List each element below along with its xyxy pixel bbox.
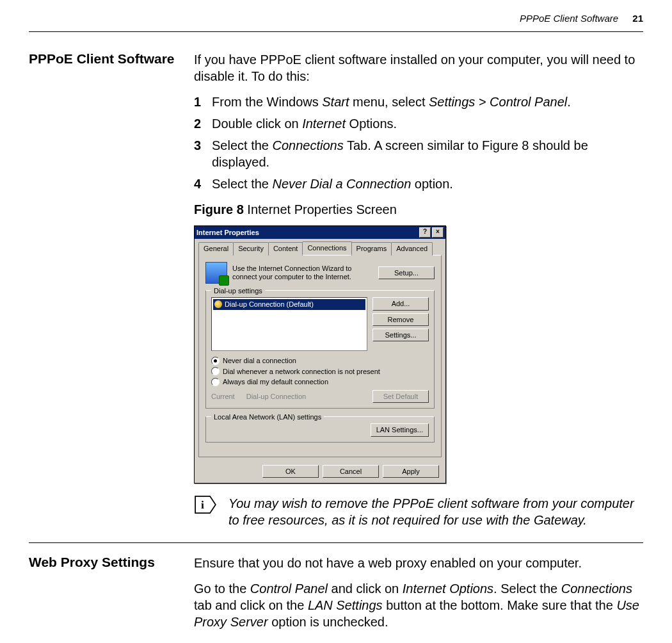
- tab-panel-connections: Use the Internet Connection Wizard to co…: [198, 255, 442, 457]
- help-button[interactable]: ?: [419, 227, 431, 238]
- tab-general[interactable]: General: [198, 242, 234, 256]
- ok-button[interactable]: OK: [262, 465, 319, 478]
- section-body: If you have PPPoE client software instal…: [194, 51, 643, 528]
- set-default-button[interactable]: Set Default: [372, 390, 429, 403]
- dial-radios: Never dial a connection Dial whenever a …: [211, 356, 429, 386]
- radio-icon: [211, 357, 220, 365]
- running-header: PPPoE Client Software 21: [29, 13, 643, 24]
- wizard-text: Use the Internet Connection Wizard to co…: [232, 265, 373, 282]
- tab-content[interactable]: Content: [268, 242, 303, 256]
- dialog-title: Internet Properties: [196, 228, 418, 237]
- radio-icon: [211, 367, 220, 375]
- settings-button[interactable]: Settings...: [372, 329, 429, 341]
- add-button[interactable]: Add...: [372, 297, 429, 310]
- step-2: 2 Double click on Internet Options.: [194, 115, 643, 132]
- current-row: Current Dial-up Connection Set Default: [211, 390, 429, 403]
- svg-text:i: i: [201, 498, 204, 511]
- running-title: PPPoE Client Software: [520, 13, 618, 24]
- dialup-connection-item[interactable]: Dial-up Connection (Default): [213, 299, 365, 309]
- section-title: Web Proxy Settings: [29, 555, 176, 570]
- info-icon: i: [194, 495, 217, 514]
- tab-advanced[interactable]: Advanced: [391, 242, 433, 256]
- info-note-text: You may wish to remove the PPPoE client …: [228, 495, 643, 528]
- cancel-button[interactable]: Cancel: [323, 465, 379, 478]
- page-number: 21: [632, 13, 643, 24]
- section-web-proxy: Web Proxy Settings Ensure that you do no…: [29, 555, 643, 639]
- tab-connections[interactable]: Connections: [302, 241, 351, 255]
- step-1: 1 From the Windows Start menu, select Se…: [194, 94, 643, 110]
- section-title: PPPoE Client Software: [29, 51, 176, 67]
- proxy-p1: Ensure that you do not have a web proxy …: [194, 555, 643, 571]
- top-rule: [29, 31, 643, 32]
- step-4: 4 Select the Never Dial a Connection opt…: [194, 175, 643, 192]
- intro-text: If you have PPPoE client software instal…: [194, 51, 643, 85]
- radio-icon: [211, 378, 220, 386]
- current-label: Current: [211, 392, 235, 401]
- dialog-buttons: OK Cancel Apply: [195, 461, 445, 483]
- figure-caption: Figure 8 Internet Properties Screen: [194, 201, 643, 218]
- radio-dial-when-no-net[interactable]: Dial whenever a network connection is no…: [211, 367, 429, 376]
- section-rule: [29, 542, 643, 543]
- connection-icon: [214, 300, 222, 308]
- proxy-p2: Go to the Control Panel and click on Int…: [194, 580, 643, 630]
- step-3: 3 Select the Connections Tab. A screen s…: [194, 137, 643, 170]
- dialup-listbox[interactable]: Dial-up Connection (Default): [211, 297, 367, 351]
- steps-list: 1 From the Windows Start menu, select Se…: [194, 94, 643, 192]
- radio-never-dial[interactable]: Never dial a connection: [211, 356, 429, 365]
- svg-marker-0: [195, 496, 216, 513]
- current-value: Dial-up Connection: [246, 392, 307, 401]
- setup-button[interactable]: Setup...: [378, 266, 435, 279]
- figure-label: Figure 8: [194, 202, 244, 216]
- lan-settings-button[interactable]: LAN Settings...: [371, 423, 429, 436]
- lan-group: LAN Settings...: [205, 416, 435, 442]
- dialog-tabs: General Security Content Connections Pro…: [195, 239, 445, 255]
- apply-button[interactable]: Apply: [383, 465, 439, 478]
- dialog-titlebar: Internet Properties ? ×: [195, 226, 445, 239]
- close-button[interactable]: ×: [432, 227, 444, 238]
- internet-properties-dialog: Internet Properties ? × General Security…: [194, 225, 446, 484]
- radio-always-dial[interactable]: Always dial my default connection: [211, 377, 429, 386]
- section-pppoe: PPPoE Client Software If you have PPPoE …: [29, 51, 643, 528]
- remove-button[interactable]: Remove: [372, 313, 429, 326]
- tab-programs[interactable]: Programs: [351, 242, 392, 256]
- dialup-group: Dial-up Connection (Default) Add... Remo…: [205, 290, 435, 409]
- tab-security[interactable]: Security: [233, 242, 269, 256]
- info-note: i You may wish to remove the PPPoE clien…: [194, 495, 643, 528]
- section-body: Ensure that you do not have a web proxy …: [194, 555, 643, 639]
- wizard-icon: [205, 262, 227, 284]
